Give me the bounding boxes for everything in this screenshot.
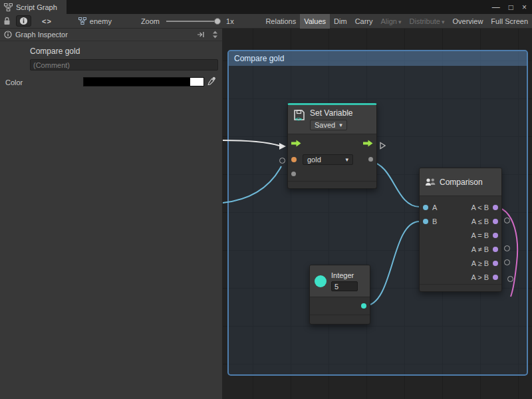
comparison-row: A = B bbox=[420, 228, 501, 242]
eyedropper-icon[interactable] bbox=[207, 76, 216, 85]
output-port-a-lte-b[interactable] bbox=[493, 219, 498, 224]
script-graph-icon bbox=[4, 3, 13, 11]
node-footer bbox=[310, 315, 370, 324]
node-set-variable[interactable]: <> Set Variable Saved ▾ bbox=[287, 103, 377, 189]
align-dropdown[interactable]: Align▾ bbox=[377, 14, 406, 29]
color-field[interactable] bbox=[83, 77, 204, 86]
comparison-header[interactable]: Comparison bbox=[420, 168, 501, 196]
relations-button[interactable]: Relations bbox=[261, 14, 300, 29]
integer-header[interactable]: Integer 5 bbox=[310, 265, 370, 297]
variable-name-value: gold bbox=[307, 156, 321, 164]
zoom-slider-track bbox=[166, 21, 221, 22]
input-label-b: B bbox=[432, 217, 437, 225]
node-integer[interactable]: Integer 5 bbox=[309, 265, 370, 325]
node-footer bbox=[420, 284, 501, 291]
input-label-a: A bbox=[432, 203, 437, 211]
graph-asset-reference[interactable]: enemy bbox=[78, 17, 112, 25]
comparison-row: A > B bbox=[420, 270, 501, 284]
zoom-label: Zoom bbox=[141, 17, 160, 25]
toolbar-buttons: Relations Values Dim Carry Align▾ Distri… bbox=[261, 14, 532, 29]
output-label-a-gte-b: A ≥ B bbox=[471, 259, 489, 267]
unconnected-port-ring[interactable] bbox=[504, 259, 510, 265]
distribute-dropdown[interactable]: Distribute▾ bbox=[406, 14, 449, 29]
unity-script-graph-window: Script Graph — □ × <> enemy Zoom 1x R bbox=[0, 0, 532, 399]
variable-kind-value: Saved bbox=[315, 121, 335, 129]
values-button[interactable]: Values bbox=[300, 14, 330, 29]
zoom-value: 1x bbox=[226, 17, 234, 25]
output-port-a-eq-b[interactable] bbox=[493, 233, 498, 238]
unconnected-port-ring[interactable] bbox=[279, 158, 285, 164]
flow-ghost-triangle-icon[interactable] bbox=[380, 142, 386, 150]
node-footer bbox=[288, 181, 376, 188]
dock-panel-icon[interactable] bbox=[197, 31, 205, 38]
integer-output-row bbox=[310, 297, 370, 315]
dim-button[interactable]: Dim bbox=[330, 14, 351, 29]
lock-icon[interactable] bbox=[3, 17, 11, 25]
integer-output-port[interactable] bbox=[361, 303, 366, 309]
output-port-a-neq-b[interactable] bbox=[493, 247, 498, 252]
overview-button[interactable]: Overview bbox=[449, 14, 487, 29]
fallback-input-port[interactable] bbox=[291, 172, 296, 176]
inspector-title: Graph Inspector bbox=[15, 31, 68, 39]
flow-output-arrow-icon[interactable] bbox=[363, 140, 373, 147]
comparison-row: A ≥ B bbox=[420, 256, 501, 270]
tab-label: Script Graph bbox=[16, 3, 57, 11]
comparison-icon bbox=[425, 178, 436, 187]
zoom-slider-handle[interactable] bbox=[214, 18, 221, 25]
inspector-toggle-button[interactable] bbox=[16, 15, 31, 27]
alpha-value-white bbox=[190, 78, 203, 86]
flow-input-arrow-icon[interactable] bbox=[291, 140, 301, 147]
variable-name-dropdown[interactable]: gold ▾ bbox=[303, 154, 353, 165]
output-label-a-lte-b: A ≤ B bbox=[471, 217, 489, 225]
unconnected-port-ring[interactable] bbox=[504, 245, 510, 251]
graph-canvas[interactable]: Compare gold <> Set Variable Saved ▾ bbox=[223, 29, 532, 399]
window-tab-bar: Script Graph — □ × bbox=[0, 0, 532, 14]
distribute-label: Distribute bbox=[410, 17, 440, 25]
graph-inspector-panel: Graph Inspector Compare gold Color bbox=[0, 29, 223, 399]
graph-asset-name: enemy bbox=[90, 17, 112, 25]
graph-toolbar: <> enemy Zoom 1x Relations Values Dim Ca… bbox=[0, 14, 532, 29]
close-button[interactable]: × bbox=[522, 3, 527, 11]
color-value-black bbox=[84, 78, 190, 86]
caret-down-icon: ▾ bbox=[345, 156, 348, 163]
output-port-a-gt-b[interactable] bbox=[493, 275, 498, 280]
output-label-a-neq-b: A ≠ B bbox=[471, 245, 489, 253]
align-label: Align bbox=[381, 17, 397, 25]
graph-title: Compare gold bbox=[30, 47, 80, 56]
node-title: Set Variable bbox=[310, 108, 352, 118]
comparison-ports: A A < B B A ≤ B A = B A ≠ B bbox=[420, 196, 501, 284]
maximize-button[interactable]: □ bbox=[509, 3, 513, 11]
variable-input-port[interactable] bbox=[291, 157, 297, 162]
zoom-slider[interactable] bbox=[166, 17, 221, 25]
svg-text:<>: <> bbox=[295, 116, 303, 122]
node-title: Comparison bbox=[440, 178, 483, 187]
fullscreen-button[interactable]: Full Screen bbox=[487, 14, 532, 29]
variable-kind-dropdown[interactable]: Saved ▾ bbox=[310, 120, 347, 130]
carry-button[interactable]: Carry bbox=[351, 14, 377, 29]
tab-script-graph[interactable]: Script Graph bbox=[0, 0, 66, 14]
output-port-a-lt-b[interactable] bbox=[493, 205, 498, 210]
comment-input[interactable] bbox=[30, 59, 218, 70]
graph-asset-icon bbox=[78, 17, 86, 25]
integer-value-field[interactable]: 5 bbox=[331, 281, 358, 291]
output-label-a-lt-b: A < B bbox=[471, 203, 489, 211]
minimize-button[interactable]: — bbox=[492, 3, 500, 11]
comparison-row: A ≠ B bbox=[420, 242, 501, 256]
flow-ports-row bbox=[288, 134, 376, 152]
unconnected-port-ring[interactable] bbox=[504, 217, 510, 223]
save-variable-icon: <> bbox=[293, 108, 306, 122]
unconnected-port-ring[interactable] bbox=[507, 276, 513, 282]
info-icon bbox=[4, 31, 12, 39]
color-field-label: Color bbox=[5, 78, 23, 86]
output-port-a-gte-b[interactable] bbox=[493, 261, 498, 266]
input-port-b[interactable] bbox=[423, 219, 428, 224]
set-variable-header[interactable]: <> Set Variable Saved ▾ bbox=[288, 105, 376, 134]
up-down-arrows-icon[interactable] bbox=[212, 31, 218, 39]
caret-down-icon: ▾ bbox=[398, 19, 402, 25]
code-view-button[interactable]: <> bbox=[42, 17, 52, 25]
value-output-port[interactable] bbox=[368, 157, 373, 162]
input-port-a[interactable] bbox=[423, 205, 428, 210]
node-comparison[interactable]: Comparison A A < B B A ≤ B A = B bbox=[419, 168, 502, 292]
group-title[interactable]: Compare gold bbox=[229, 51, 527, 66]
integer-type-icon bbox=[315, 275, 327, 287]
